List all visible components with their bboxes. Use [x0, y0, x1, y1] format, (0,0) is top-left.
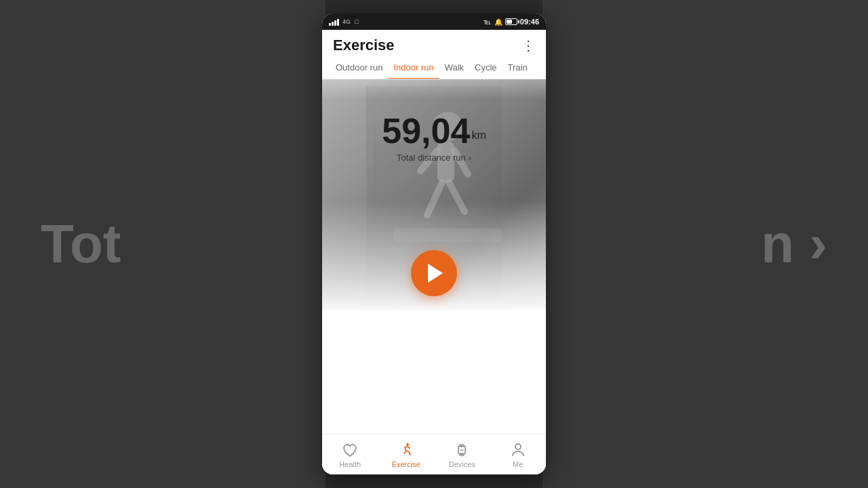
tab-walk[interactable]: Walk	[439, 57, 469, 79]
signal-bar-1	[329, 23, 331, 26]
distance-label-text: Total distance run	[397, 152, 466, 163]
health-label: Health	[339, 460, 361, 468]
header: Exercise ⋮	[322, 30, 546, 57]
health-icon	[341, 441, 359, 459]
play-area	[322, 250, 546, 296]
me-label: Me	[513, 460, 523, 468]
devices-label: Devices	[449, 460, 475, 468]
hero-fade-top	[322, 79, 546, 100]
bluetooth-icon: ℡	[484, 18, 492, 26]
battery-fill	[507, 20, 512, 24]
svg-point-10	[406, 443, 409, 446]
signal-bar-2	[332, 22, 334, 26]
signal-bar-4	[337, 19, 339, 26]
network-type: 4G	[342, 18, 351, 25]
exercise-tabs: Outdoor run Indoor run Walk Cycle Train	[322, 57, 546, 79]
exercise-label: Exercise	[392, 460, 420, 468]
signal-bar-3	[334, 20, 336, 26]
tab-outdoor-run[interactable]: Outdoor run	[330, 57, 388, 79]
me-icon	[509, 441, 527, 459]
nav-devices[interactable]: Devices	[434, 441, 490, 468]
app-title: Exercise	[333, 37, 395, 54]
nav-me[interactable]: Me	[490, 441, 547, 468]
stats-overlay: 59,04km Total distance run ›	[322, 113, 546, 163]
status-right: ℡ 🔔 09:46	[484, 18, 539, 26]
run-icon	[397, 441, 415, 459]
tab-cycle[interactable]: Cycle	[469, 57, 502, 79]
status-time: 09:46	[520, 18, 539, 26]
devices-icon	[453, 441, 471, 459]
bg-left-panel: Tot	[0, 0, 326, 488]
distance-unit: km	[471, 129, 486, 141]
nav-exercise[interactable]: Exercise	[378, 441, 435, 468]
status-left: 4G □	[329, 18, 358, 26]
distance-label-row[interactable]: Total distance run ›	[322, 152, 546, 163]
bg-left-text: Tot	[41, 213, 121, 275]
phone-frame: 4G □ ℡ 🔔 09:46 Exercise ⋮ Outdoor run In…	[322, 14, 546, 474]
bg-right-text: n ›	[761, 213, 827, 275]
more-menu-button[interactable]: ⋮	[521, 37, 535, 54]
distance-display: 59,04km	[322, 113, 546, 148]
tab-indoor-run[interactable]: Indoor run	[388, 57, 439, 79]
svg-point-14	[515, 444, 521, 449]
tab-train[interactable]: Train	[502, 57, 533, 79]
bottom-navigation: Health Exercise	[322, 434, 546, 474]
distance-value: 59,04	[382, 111, 470, 150]
play-icon	[428, 264, 443, 283]
sim-icon: □	[355, 18, 358, 25]
notification-icon: 🔔	[494, 18, 502, 26]
start-workout-button[interactable]	[411, 250, 457, 296]
battery-icon	[505, 18, 517, 25]
nav-health[interactable]: Health	[322, 441, 378, 468]
distance-chevron: ›	[469, 152, 471, 163]
main-content: 59,04km Total distance run ›	[322, 79, 546, 474]
status-bar: 4G □ ℡ 🔔 09:46	[322, 14, 546, 30]
signal-bars	[329, 18, 339, 26]
bg-right-panel: n ›	[542, 0, 868, 488]
hero-area: 59,04km Total distance run ›	[322, 79, 546, 310]
